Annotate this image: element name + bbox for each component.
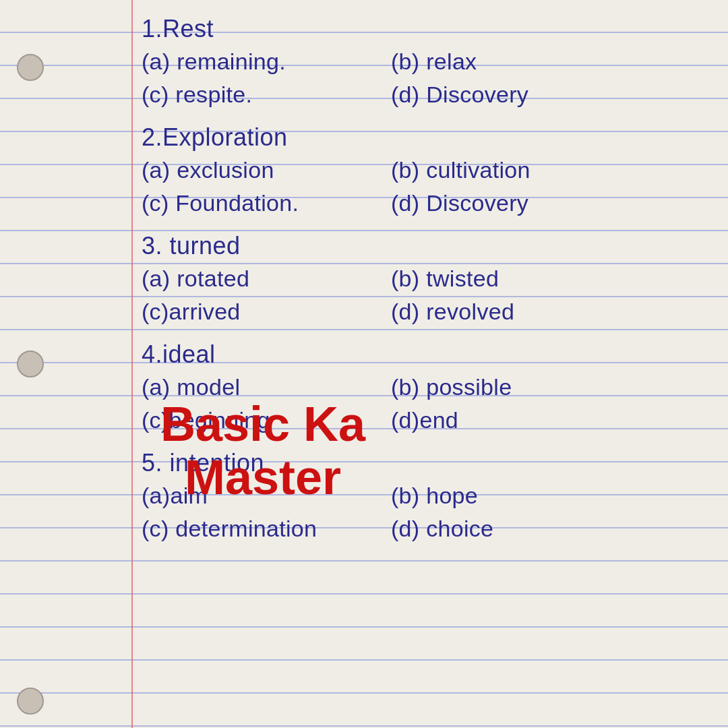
notebook-page: 1.Rest (a) remaining. (b) relax (c) resp… [0,0,728,728]
q2-option-b: (b) cultivation [391,154,530,187]
q2-row2: (c) Foundation. (d) Discovery [142,187,701,220]
q1-option-c: (c) respite. [142,78,391,111]
question-3: 3. turned (a) rotated (b) twisted (c)arr… [142,229,701,328]
q5-option-b: (b) hope [391,479,478,512]
q1-option-a: (a) remaining. [142,45,391,78]
q3-option-b: (b) twisted [391,262,499,295]
q1-row1: (a) remaining. (b) relax [142,45,701,78]
q2-option-a: (a) exclusion [142,154,391,187]
q4-option-d: (d)end [391,404,458,437]
q2-option-d: (d) Discovery [391,187,528,220]
question-1: 1.Rest (a) remaining. (b) relax (c) resp… [142,12,701,111]
q1-option-b: (b) relax [391,45,477,78]
overlay-watermark: Basic Ka Master [135,398,391,504]
q1-title: 1.Rest [142,12,701,45]
q3-option-a: (a) rotated [142,262,391,295]
q1-row2: (c) respite. (d) Discovery [142,78,701,111]
question-2: 2.Exploration (a) exclusion (b) cultivat… [142,121,701,220]
q3-option-d: (d) revolved [391,295,514,328]
q2-option-c: (c) Foundation. [142,187,391,220]
q1-option-d: (d) Discovery [391,78,528,111]
q4-title: 4.ideal [142,338,701,371]
q3-row2: (c)arrived (d) revolved [142,295,701,328]
q4-option-b: (b) possible [391,371,512,404]
q3-row1: (a) rotated (b) twisted [142,262,701,295]
q5-option-c: (c) determination [142,512,391,545]
q2-title: 2.Exploration [142,121,701,154]
q2-row1: (a) exclusion (b) cultivation [142,154,701,187]
q3-title: 3. turned [142,229,701,262]
q3-option-c: (c)arrived [142,295,391,328]
q5-row2: (c) determination (d) choice [142,512,701,545]
overlay-line2: Master [135,451,391,504]
page-content: 1.Rest (a) remaining. (b) relax (c) resp… [0,0,728,728]
q5-option-d: (d) choice [391,512,493,545]
overlay-line1: Basic Ka [135,398,391,451]
